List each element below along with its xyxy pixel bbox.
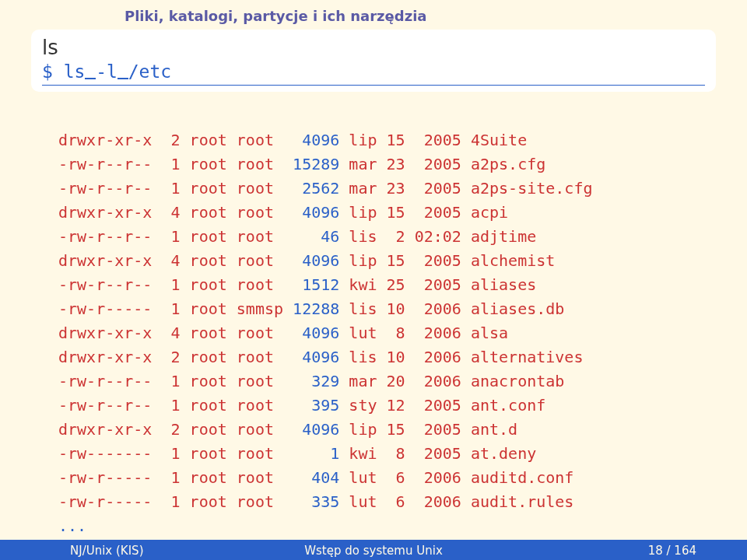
section-header: Pliki, katalogi, partycje i ich narzędzi… bbox=[124, 8, 426, 24]
listing-row: drwxr-xr-x 2 root root 4096 lip 15 2005 … bbox=[58, 128, 592, 152]
command-line: $ ls-l/etc bbox=[42, 61, 705, 82]
prompt-symbol: $ bbox=[42, 61, 53, 82]
cmd-part-2: /etc bbox=[128, 61, 171, 82]
visible-space-icon bbox=[85, 62, 96, 79]
listing-row: -rw------- 1 root root 1 kwi 8 2005 at.d… bbox=[58, 442, 592, 466]
listing-row: drwxr-xr-x 4 root root 4096 lip 15 2005 … bbox=[58, 201, 592, 225]
footer-left: NJ/Unix (KIS) bbox=[70, 544, 143, 558]
listing-row: -rw-r----- 1 root root 404 lut 6 2006 au… bbox=[58, 466, 592, 490]
listing-row: -rw-r--r-- 1 root root 2562 mar 23 2005 … bbox=[58, 177, 592, 201]
listing-row: -rw-r----- 1 root smmsp 12288 lis 10 200… bbox=[58, 297, 592, 321]
ls-output: drwxr-xr-x 2 root root 4096 lip 15 2005 … bbox=[58, 128, 592, 538]
listing-row: -rw-r--r-- 1 root root 15289 mar 23 2005… bbox=[58, 152, 592, 177]
listing-row: drwxr-xr-x 4 root root 4096 lut 8 2006 a… bbox=[58, 321, 592, 345]
listing-row: drwxr-xr-x 2 root root 4096 lip 15 2005 … bbox=[58, 418, 592, 442]
divider bbox=[42, 85, 705, 86]
listing-row: -rw-r--r-- 1 root root 1512 kwi 25 2005 … bbox=[58, 273, 592, 297]
footer-right: 18 / 164 bbox=[648, 544, 696, 558]
slide: Pliki, katalogi, partycje i ich narzędzi… bbox=[0, 0, 747, 560]
cmd-part-1: -l bbox=[96, 61, 117, 82]
listing-row: drwxr-xr-x 4 root root 4096 lip 15 2005 … bbox=[58, 249, 592, 273]
title-box: ls $ ls-l/etc bbox=[31, 30, 716, 92]
cmd-part-0: ls bbox=[64, 61, 86, 82]
listing-row: drwxr-xr-x 2 root root 4096 lis 10 2006 … bbox=[58, 345, 592, 369]
listing-row: -rw-r--r-- 1 root root 329 mar 20 2006 a… bbox=[58, 369, 592, 394]
listing-row: -rw-r--r-- 1 root root 395 sty 12 2005 a… bbox=[58, 394, 592, 418]
listing-row: -rw-r----- 1 root root 335 lut 6 2006 au… bbox=[58, 490, 592, 514]
listing-ellipsis: ... bbox=[58, 514, 592, 538]
visible-space-icon bbox=[117, 62, 128, 79]
block-title: ls bbox=[42, 36, 705, 59]
listing-row: -rw-r--r-- 1 root root 46 lis 2 02:02 ad… bbox=[58, 225, 592, 249]
